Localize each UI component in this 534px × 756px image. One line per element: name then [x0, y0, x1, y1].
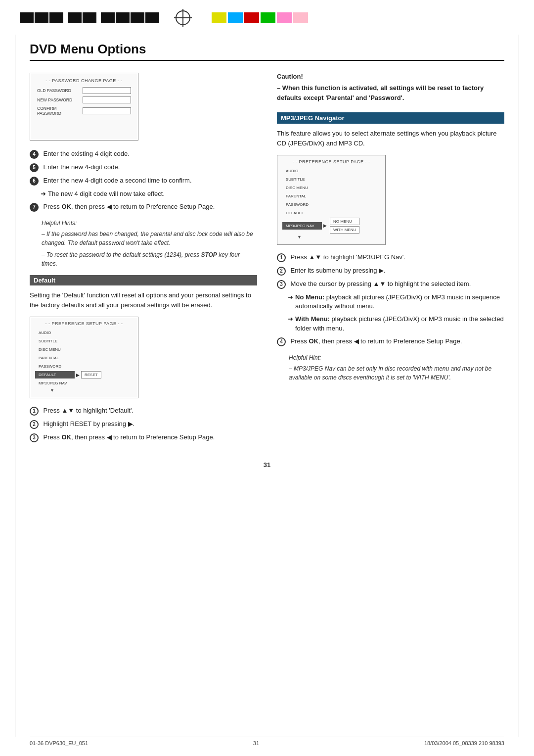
step-4-num: 4 — [30, 150, 39, 159]
mp3-pref-row-discmenu: DISC MENU — [282, 184, 380, 191]
mp3-pref-row-parental: PARENTAL — [282, 192, 380, 200]
mp3-pref-row-password: PASSWORD — [282, 201, 380, 208]
pref-row-password: PASSWORD — [35, 363, 133, 370]
mp3-pref-row-mp3nav: MP3/JPEG NAV ▶ NO MENU WITH MENU — [282, 218, 380, 234]
mp3-step-2-text: Enter its submenu by pressing ▶. — [289, 266, 386, 275]
mp3-step-2: 2 Enter its submenu by pressing ▶. — [277, 266, 504, 276]
mp3-submenu-col: NO MENU WITH MENU — [330, 218, 359, 234]
confirm-password-input — [83, 107, 131, 114]
page-footer: 01-36 DVP630_EU_051 31 18/03/2004 05_083… — [30, 737, 504, 746]
mp3-step-4-num: 4 — [277, 337, 286, 346]
mp3-step-3-text: Move the cursor by pressing ▲▼ to highli… — [289, 280, 471, 288]
mp3-step-1-num: 1 — [277, 253, 286, 262]
mp3-pref-item-mp3nav: MP3/JPEG NAV — [282, 222, 322, 230]
title-rule — [30, 60, 504, 61]
mp3-pref-box: - - PREFERENCE SETUP PAGE - - AUDIO SUBT… — [277, 155, 386, 245]
top-bar — [0, 0, 534, 27]
mp3-step-1: 1 Press ▲▼ to highlight 'MP3/JPEG Nav'. — [277, 253, 504, 262]
mp3-pref-box-title: - - PREFERENCE SETUP PAGE - - — [282, 159, 380, 164]
password-change-box: - - PASSWORD CHANGE PAGE - - OLD PASSWOR… — [30, 73, 138, 141]
pref-item-subtitle: SUBTITLE — [35, 337, 75, 345]
footer-right: 18/03/2004 05_08339 210 98393 — [424, 740, 504, 746]
step-7-num: 7 — [30, 203, 39, 212]
mp3-steps: 1 Press ▲▼ to highlight 'MP3/JPEG Nav'. … — [277, 253, 504, 346]
step-4: 4 Enter the existing 4 digit code. — [30, 149, 257, 159]
mp3-step-3-num: 3 — [277, 280, 286, 289]
old-password-input — [83, 87, 131, 94]
pref-row-parental: PARENTAL — [35, 354, 133, 362]
page-border-right — [518, 35, 519, 737]
default-step-2-text: Highlight RESET by pressing ▶. — [42, 420, 134, 428]
mp3-down-arrow: ▼ — [297, 235, 380, 239]
step-6: 6 Enter the new 4-digit code a second ti… — [30, 176, 257, 186]
default-step-3-text: Press OK, then press ◀ to return to Pref… — [42, 433, 215, 442]
pref-item-password: PASSWORD — [35, 363, 75, 370]
mp3-withmenu-text: With Menu: playback pictures (JPEG/DivX)… — [295, 315, 504, 332]
mp3-step-arrow-withmenu: ➜ With Menu: playback pictures (JPEG/Div… — [288, 315, 504, 332]
right-column: Caution! – When this function is activat… — [277, 73, 504, 449]
pref-item-mp3nav: MP3/JPEG NAV — [35, 379, 75, 387]
mp3-pref-item-password: PASSWORD — [282, 201, 322, 208]
mp3-pref-arrow: ▶ — [323, 223, 327, 228]
pref-arrow-default: ▶ — [76, 373, 80, 378]
default-step-2-num: 2 — [30, 420, 39, 429]
step-5-num: 5 — [30, 163, 39, 172]
pref-item-default: DEFAULT — [35, 371, 75, 378]
mp3-hint-title: Helpful Hint: — [289, 353, 504, 362]
pref-item-audio: AUDIO — [35, 329, 75, 336]
default-section: Default Setting the 'Default' function w… — [30, 275, 257, 442]
left-column: - - PASSWORD CHANGE PAGE - - OLD PASSWOR… — [30, 73, 257, 449]
step-6-num: 6 — [30, 177, 39, 186]
hint-title: Helpful Hints: — [42, 219, 257, 228]
new-password-label: NEW PASSWORD — [37, 97, 81, 102]
mp3-pref-item-default: DEFAULT — [282, 209, 322, 217]
pref-item-parental: PARENTAL — [35, 354, 75, 362]
caution-label: Caution! — [277, 73, 504, 80]
top-bar-left — [20, 12, 159, 23]
mp3-pref-item-audio: AUDIO — [282, 167, 322, 175]
mp3-submenu-withmenu: WITH MENU — [330, 226, 359, 234]
confirm-password-row: CONFIRM PASSWORD — [37, 106, 131, 116]
mp3-step-arrow-nomenu: ➜ No Menu: playback all pictures (JPEG/D… — [288, 293, 504, 311]
step-5-text: Enter the new 4-digit code. — [42, 163, 120, 172]
default-step-1-num: 1 — [30, 407, 39, 416]
mp3-step-3: 3 Move the cursor by pressing ▲▼ to high… — [277, 280, 504, 289]
pw-box-title: - - PASSWORD CHANGE PAGE - - — [37, 78, 131, 83]
mp3-pref-item-subtitle: SUBTITLE — [282, 176, 322, 183]
page-number: 31 — [30, 461, 504, 469]
mp3-pref-row-audio: AUDIO — [282, 167, 380, 175]
pref-row-default: DEFAULT ▶ RESET — [35, 371, 133, 378]
mp3-helpful-hint: Helpful Hint: – MP3/JPEG Nav can be set … — [289, 353, 504, 382]
old-password-row: OLD PASSWORD — [37, 87, 131, 94]
old-password-label: OLD PASSWORD — [37, 88, 81, 93]
top-bar-right — [212, 12, 308, 23]
helpful-hints: Helpful Hints: – If the password has bee… — [42, 219, 257, 268]
step-6-text: Enter the new 4-digit code a second time… — [42, 176, 192, 185]
mp3-section: MP3/JPEG Navigator This feature allows y… — [277, 112, 504, 382]
mp3-hint-text: – MP3/JPEG Nav can be set only in disc r… — [289, 364, 504, 382]
default-header: Default — [30, 275, 257, 285]
step-5: 5 Enter the new 4-digit code. — [30, 163, 257, 172]
default-pref-box: - - PREFERENCE SETUP PAGE - - AUDIO SUBT… — [30, 317, 138, 398]
default-step-1-text: Press ▲▼ to highlight 'Default'. — [42, 406, 134, 415]
page-content: DVD Menu Options - - PASSWORD CHANGE PAG… — [0, 32, 534, 488]
pref-item-discmenu: DISC MENU — [35, 346, 75, 353]
pref-row-discmenu: DISC MENU — [35, 346, 133, 353]
mp3-step-4: 4 Press OK, then press ◀ to return to Pr… — [277, 337, 504, 346]
arrow-icon: ➜ — [41, 189, 46, 198]
hint-2: – To reset the password to the default s… — [42, 250, 257, 268]
confirm-password-label: CONFIRM PASSWORD — [37, 106, 81, 116]
pref-row-audio: AUDIO — [35, 329, 133, 336]
default-step-2: 2 Highlight RESET by pressing ▶. — [30, 420, 257, 429]
pref-submenu-reset: RESET — [81, 371, 101, 378]
mp3-step-2-num: 2 — [277, 267, 286, 276]
mp3-pref-row-default: DEFAULT — [282, 209, 380, 217]
hint-1: – If the password has been changed, the … — [42, 230, 257, 247]
mp3-header: MP3/JPEG Navigator — [277, 112, 504, 124]
caution-text: – When this function is activated, all s… — [277, 83, 504, 102]
mp3-submenu-nomenu: NO MENU — [330, 218, 359, 225]
step-effect-text: The new 4 digit code will now take effec… — [48, 189, 165, 198]
default-step-3: 3 Press OK, then press ◀ to return to Pr… — [30, 433, 257, 442]
step-arrow-effect: ➜ The new 4 digit code will now take eff… — [41, 189, 257, 198]
step-7-text: Press OK, then press ◀ to return to Pref… — [42, 202, 215, 211]
